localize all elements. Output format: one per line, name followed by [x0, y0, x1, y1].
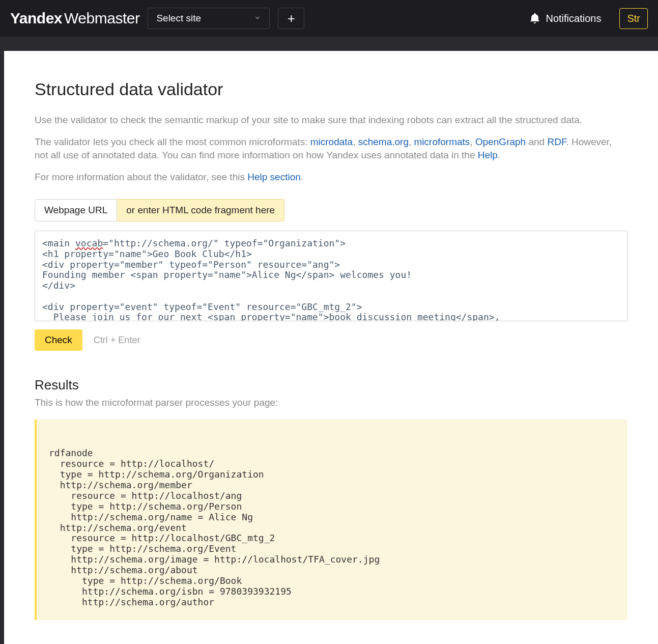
intro-p2: The validator lets you check all the mos…: [35, 135, 627, 162]
header-cta-label: Str: [627, 13, 640, 24]
site-select-dropdown[interactable]: Select site: [148, 8, 270, 29]
link-microformats[interactable]: microformats: [414, 136, 470, 147]
brand-bold: Yandex: [10, 10, 62, 27]
tab-webpage-url[interactable]: Webpage URL: [35, 199, 117, 221]
html-code-input[interactable]: <main vocab="http://schema.org/" typeof=…: [35, 231, 627, 321]
intro-p3: For more information about the validator…: [35, 171, 627, 184]
input-mode-tabs: Webpage URL or enter HTML code fragment …: [35, 199, 627, 221]
intro-p1: Use the validator to check the semantic …: [35, 114, 627, 127]
link-opengraph[interactable]: OpenGraph: [475, 136, 526, 147]
top-bar: Yandex Webmaster Select site + Notificat…: [0, 0, 658, 37]
add-site-button[interactable]: +: [278, 8, 304, 29]
tab-html-fragment[interactable]: or enter HTML code fragment here: [117, 199, 284, 221]
link-schema[interactable]: schema.org: [358, 136, 409, 147]
check-button[interactable]: Check: [35, 329, 82, 351]
plus-icon: +: [288, 11, 295, 26]
brand-logo[interactable]: Yandex Webmaster: [10, 10, 139, 27]
notifications-button[interactable]: Notifications: [529, 12, 602, 24]
chevron-down-icon: [254, 14, 261, 23]
intro-text: Use the validator to check the semantic …: [35, 114, 627, 184]
brand-thin: Webmaster: [64, 10, 139, 27]
bell-icon: [529, 12, 541, 24]
check-row: Check Ctrl + Enter: [35, 329, 627, 351]
results-output: rdfanode resource = http://localhost/ ty…: [35, 419, 627, 620]
link-rdf[interactable]: RDF: [547, 136, 566, 147]
link-microdata[interactable]: microdata: [310, 136, 353, 147]
dark-strip: [0, 37, 658, 51]
results-title: Results: [35, 377, 627, 393]
notifications-label: Notifications: [546, 13, 602, 24]
shortcut-hint: Ctrl + Enter: [94, 335, 140, 346]
site-select-label: Select site: [156, 13, 201, 24]
header-cta-button[interactable]: Str: [619, 8, 648, 29]
page-title: Structured data validator: [35, 79, 627, 99]
results-subtitle: This is how the microformat parser proce…: [35, 397, 627, 408]
link-help-section[interactable]: Help section: [247, 172, 301, 182]
page-content: Structured data validator Use the valida…: [4, 51, 658, 644]
link-help[interactable]: Help: [478, 150, 498, 160]
